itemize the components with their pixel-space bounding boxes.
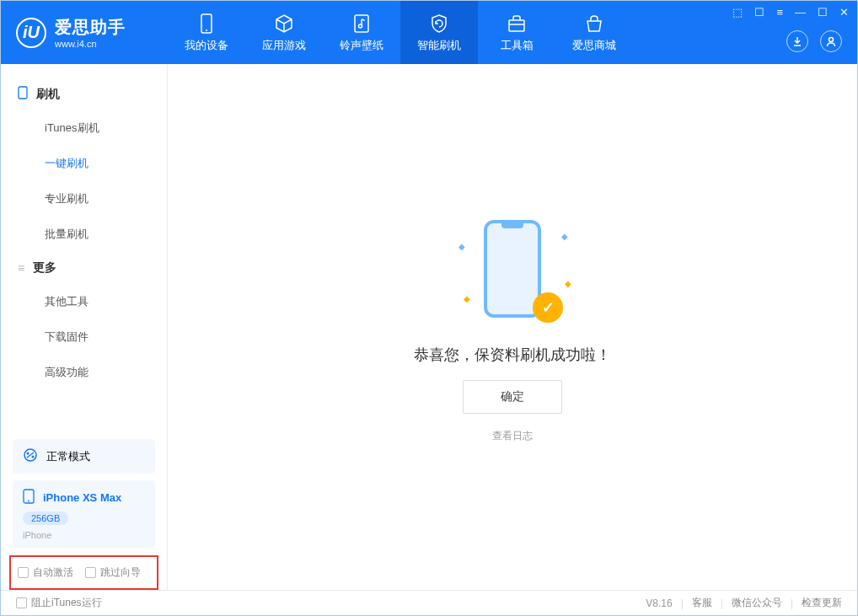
nav-tab-ringtones[interactable]: 铃声壁纸 [323, 1, 400, 64]
footer-left: 阻止iTunes运行 [16, 596, 102, 610]
sidebar-item-batch-flash[interactable]: 批量刷机 [1, 217, 167, 252]
lock-icon[interactable]: ☐ [754, 6, 764, 19]
checkbox-icon [85, 567, 96, 578]
device-phone-icon [23, 489, 35, 506]
svg-rect-6 [19, 87, 27, 99]
checkbox-block-itunes[interactable]: 阻止iTunes运行 [16, 596, 102, 610]
section-title: 更多 [33, 260, 56, 276]
window-controls: ⬚ ☐ ≡ — ☐ ✕ [732, 6, 849, 19]
sidebar-item-other-tools[interactable]: 其他工具 [1, 284, 167, 319]
nav-label: 应用游戏 [262, 38, 306, 53]
svg-point-5 [829, 38, 834, 42]
close-icon[interactable]: ✕ [839, 6, 849, 19]
maximize-icon[interactable]: ☐ [818, 6, 828, 19]
success-message: 恭喜您，保资料刷机成功啦！ [414, 345, 611, 365]
logo-text: 爱思助手 www.i4.cn [55, 16, 126, 49]
footer-link-support[interactable]: 客服 [692, 596, 712, 610]
device-box[interactable]: iPhone XS Max 256GB iPhone [13, 480, 155, 549]
nav-tab-flash[interactable]: 智能刷机 [400, 1, 478, 64]
nav-label: 铃声壁纸 [340, 38, 383, 53]
checkbox-icon [16, 597, 27, 608]
logo-icon: iU [16, 18, 46, 48]
mode-label: 正常模式 [46, 449, 90, 464]
checkbox-label: 跳过向导 [100, 565, 141, 580]
device-type: iPhone [23, 530, 51, 540]
separator: | [791, 597, 793, 609]
mode-icon [23, 447, 38, 465]
refresh-shield-icon [428, 13, 450, 35]
device-name: iPhone XS Max [43, 491, 121, 504]
footer-right: V8.16 | 客服 | 微信公众号 | 检查更新 [646, 596, 842, 610]
version-label: V8.16 [646, 597, 672, 609]
device-storage-badge: 256GB [23, 512, 68, 525]
phone-small-icon [18, 86, 28, 102]
svg-point-1 [206, 29, 207, 31]
svg-point-11 [28, 501, 29, 502]
svg-point-3 [359, 24, 362, 28]
nav-label: 工具箱 [501, 38, 534, 53]
footer: 阻止iTunes运行 V8.16 | 客服 | 微信公众号 | 检查更新 [1, 590, 857, 615]
nav-tabs: 我的设备 应用游戏 铃声壁纸 智能刷机 工具箱 爱思商城 [168, 1, 633, 64]
nav-tab-device[interactable]: 我的设备 [168, 1, 245, 64]
checkbox-label: 自动激活 [33, 565, 73, 580]
app-url: www.i4.cn [55, 39, 126, 49]
nav-label: 智能刷机 [417, 38, 461, 53]
user-icon[interactable] [820, 30, 842, 52]
store-icon [583, 13, 605, 35]
ok-button[interactable]: 确定 [463, 380, 562, 414]
menu-lines-icon: ≡ [18, 261, 24, 275]
mode-box[interactable]: 正常模式 [13, 439, 155, 474]
success-illustration: ◆ ◆ ◆ ◆ ✓ [453, 212, 571, 329]
svg-rect-4 [509, 20, 524, 31]
logo-area: iU 爱思助手 www.i4.cn [16, 16, 168, 49]
section-title: 刷机 [36, 87, 60, 102]
separator: | [681, 597, 684, 609]
music-icon [351, 13, 373, 35]
phone-notch [501, 223, 523, 228]
nav-tab-store[interactable]: 爱思商城 [555, 1, 633, 64]
checkbox-label: 阻止iTunes运行 [31, 596, 102, 610]
sparkle-icon: ◆ [565, 279, 571, 288]
sparkle-icon: ◆ [458, 242, 465, 251]
sidebar-section-more: ≡ 更多 [1, 252, 167, 284]
app-title: 爱思助手 [55, 16, 126, 39]
checkbox-skip-wizard[interactable]: 跳过向导 [85, 565, 141, 580]
cube-icon [273, 13, 295, 35]
main-content: ◆ ◆ ◆ ◆ ✓ 恭喜您，保资料刷机成功啦！ 确定 查看日志 [168, 64, 857, 590]
sparkle-icon: ◆ [561, 232, 568, 241]
sidebar-item-itunes-flash[interactable]: iTunes刷机 [1, 110, 167, 146]
nav-label: 爱思商城 [572, 38, 616, 53]
shirt-icon[interactable]: ⬚ [732, 6, 743, 19]
sidebar-section-flash: 刷机 [1, 78, 167, 110]
nav-label: 我的设备 [185, 38, 228, 53]
svg-point-9 [32, 456, 35, 458]
header-actions [786, 30, 842, 52]
sidebar-item-oneclick-flash[interactable]: 一键刷机 [1, 146, 167, 181]
footer-link-wechat[interactable]: 微信公众号 [732, 596, 782, 610]
nav-tab-apps[interactable]: 应用游戏 [245, 1, 323, 64]
sidebar-item-advanced[interactable]: 高级功能 [1, 355, 167, 390]
device-icon [196, 13, 217, 35]
sidebar-item-pro-flash[interactable]: 专业刷机 [1, 181, 167, 217]
app-header: iU 爱思助手 www.i4.cn 我的设备 应用游戏 铃声壁纸 智能刷机 工具… [1, 1, 857, 64]
menu-icon[interactable]: ≡ [776, 6, 783, 19]
sidebar-bottom: 正常模式 iPhone XS Max 256GB iPhone 自动激活 跳过向… [1, 432, 167, 590]
checkbox-icon [18, 567, 29, 578]
view-log-link[interactable]: 查看日志 [492, 429, 533, 443]
minimize-icon[interactable]: — [795, 6, 806, 19]
toolbox-icon [506, 13, 528, 35]
download-icon[interactable] [786, 30, 808, 52]
sidebar: 刷机 iTunes刷机 一键刷机 专业刷机 批量刷机 ≡ 更多 其他工具 下载固… [1, 64, 168, 590]
body: 刷机 iTunes刷机 一键刷机 专业刷机 批量刷机 ≡ 更多 其他工具 下载固… [1, 64, 857, 590]
footer-link-update[interactable]: 检查更新 [802, 596, 842, 610]
nav-tab-toolbox[interactable]: 工具箱 [478, 1, 555, 64]
options-highlight-box: 自动激活 跳过向导 [9, 555, 158, 590]
sidebar-item-download-firmware[interactable]: 下载固件 [1, 319, 167, 355]
svg-point-8 [27, 453, 29, 455]
sparkle-icon: ◆ [464, 294, 470, 303]
checkbox-auto-activate[interactable]: 自动激活 [18, 565, 73, 580]
checkmark-badge-icon: ✓ [533, 292, 563, 323]
separator: | [721, 597, 723, 609]
